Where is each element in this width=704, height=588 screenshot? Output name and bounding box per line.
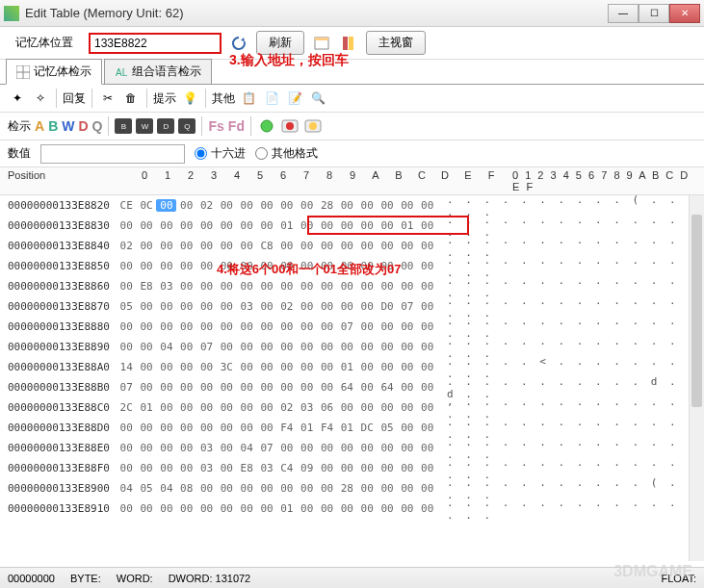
hex-d-icon[interactable]: D: [157, 118, 174, 134]
type-d-icon[interactable]: D: [78, 118, 88, 134]
hex-cell[interactable]: 00: [357, 199, 378, 212]
hex-cell[interactable]: 00: [196, 219, 217, 232]
other-button[interactable]: 其他: [212, 90, 235, 107]
hex-cell[interactable]: 00: [397, 462, 417, 474]
hex-cell[interactable]: 01: [137, 401, 157, 414]
hex-cell[interactable]: 00: [297, 502, 317, 515]
hex-body[interactable]: 00000000133E8820CE0C00000200000000002800…: [0, 195, 704, 561]
hex-cell[interactable]: 00: [217, 341, 237, 353]
hex-cell[interactable]: 00: [156, 442, 176, 454]
hex-cell[interactable]: 00: [417, 280, 437, 293]
hex-cell[interactable]: 00: [357, 482, 378, 495]
hex-cell[interactable]: 00: [176, 442, 196, 454]
hex-cell[interactable]: 02: [276, 300, 297, 313]
hex-cell[interactable]: 00: [276, 341, 297, 353]
hex-cell[interactable]: 01: [297, 422, 317, 434]
hex-cell[interactable]: 00: [176, 260, 196, 272]
hex-cell[interactable]: 00: [217, 240, 237, 252]
hex-cell[interactable]: 00: [117, 442, 137, 454]
hex-w-icon[interactable]: W: [136, 118, 153, 134]
refresh-icon[interactable]: [229, 34, 248, 53]
hex-cell[interactable]: 00: [317, 502, 337, 515]
hex-cell[interactable]: 07: [397, 300, 417, 313]
paste-icon[interactable]: 📄: [262, 89, 281, 108]
hex-cell[interactable]: 00: [117, 422, 137, 434]
hex-cell[interactable]: 2C: [117, 401, 137, 414]
hex-cell[interactable]: 00: [217, 482, 237, 495]
hex-cell[interactable]: 00: [397, 361, 417, 373]
hex-cell[interactable]: 00: [357, 381, 378, 394]
type-a-icon[interactable]: A: [35, 118, 44, 134]
hex-b-icon[interactable]: B: [115, 118, 132, 134]
hex-cell[interactable]: 00: [337, 240, 357, 252]
hex-cell[interactable]: 00: [317, 240, 337, 252]
hex-cell[interactable]: 00: [417, 240, 437, 252]
hex-cell[interactable]: 00: [297, 280, 317, 293]
hex-cell[interactable]: 00: [137, 219, 157, 232]
hex-cell[interactable]: 00: [137, 300, 157, 313]
hex-cell[interactable]: 01: [397, 219, 417, 232]
hex-cell[interactable]: 00: [196, 502, 217, 515]
hex-cell[interactable]: 00: [137, 260, 157, 272]
minimize-button[interactable]: —: [608, 4, 639, 23]
hex-cell[interactable]: 00: [217, 199, 237, 212]
hex-cell[interactable]: 00: [237, 361, 257, 373]
hex-cell[interactable]: 00: [196, 422, 217, 434]
hex-cell[interactable]: 00: [257, 300, 277, 313]
hex-cell[interactable]: 00: [137, 240, 157, 252]
hex-cell[interactable]: 00: [196, 482, 217, 495]
calendar-icon[interactable]: [312, 34, 331, 53]
main-window-button[interactable]: 主视窗: [366, 31, 426, 55]
close-button[interactable]: ✕: [669, 4, 700, 23]
hex-cell[interactable]: 00: [417, 502, 437, 515]
hex-cell[interactable]: 00: [176, 240, 196, 252]
hex-cell[interactable]: 01: [276, 502, 297, 515]
hex-cell[interactable]: 07: [337, 320, 357, 333]
hex-cell[interactable]: 00: [196, 260, 217, 272]
hex-cell[interactable]: 00: [397, 482, 417, 495]
hex-cell[interactable]: 02: [276, 401, 297, 414]
hex-cell[interactable]: 00: [257, 199, 277, 212]
hex-cell[interactable]: 28: [337, 482, 357, 495]
tab-memory-view[interactable]: 记忆体检示: [6, 59, 102, 85]
hex-cell[interactable]: 00: [176, 280, 196, 293]
hex-cell[interactable]: 00: [378, 341, 398, 353]
hex-cell[interactable]: 00: [176, 199, 196, 212]
type-w-icon[interactable]: W: [62, 118, 74, 134]
tab-asm-view[interactable]: AL 组合语言检示: [104, 59, 212, 85]
hex-cell[interactable]: 14: [117, 361, 137, 373]
hex-cell[interactable]: 00: [378, 502, 398, 515]
hex-cell[interactable]: 00: [156, 502, 176, 515]
hex-cell[interactable]: 00: [297, 219, 317, 232]
hex-cell[interactable]: 00: [378, 442, 398, 454]
hex-cell[interactable]: 00: [176, 401, 196, 414]
hex-cell[interactable]: 00: [397, 341, 417, 353]
hex-cell[interactable]: 04: [156, 482, 176, 495]
hex-cell[interactable]: 00: [417, 422, 437, 434]
hex-cell[interactable]: 05: [378, 422, 398, 434]
reply-button[interactable]: 回复: [63, 90, 86, 107]
hex-cell[interactable]: 04: [117, 482, 137, 495]
hex-cell[interactable]: 03: [257, 462, 277, 474]
hex-cell[interactable]: 00: [276, 381, 297, 394]
hex-cell[interactable]: 00: [217, 502, 237, 515]
hex-cell[interactable]: 07: [117, 381, 137, 394]
hex-cell[interactable]: 00: [397, 422, 417, 434]
hex-cell[interactable]: 00: [196, 300, 217, 313]
hex-cell[interactable]: 03: [196, 442, 217, 454]
hex-cell[interactable]: 00: [117, 502, 137, 515]
hex-cell[interactable]: 00: [217, 280, 237, 293]
hex-cell[interactable]: 02: [117, 240, 137, 252]
hex-cell[interactable]: 00: [257, 422, 277, 434]
hex-cell[interactable]: 00: [196, 320, 217, 333]
hex-cell[interactable]: 00: [257, 280, 277, 293]
hex-cell[interactable]: 00: [196, 361, 217, 373]
hex-cell[interactable]: 00: [176, 300, 196, 313]
hex-cell[interactable]: 00: [417, 219, 437, 232]
hex-cell[interactable]: 00: [357, 300, 378, 313]
hex-cell[interactable]: 00: [237, 401, 257, 414]
hex-cell[interactable]: 00: [357, 280, 378, 293]
hex-cell[interactable]: 04: [237, 442, 257, 454]
hex-cell[interactable]: 00: [357, 240, 378, 252]
hex-cell[interactable]: 00: [317, 219, 337, 232]
